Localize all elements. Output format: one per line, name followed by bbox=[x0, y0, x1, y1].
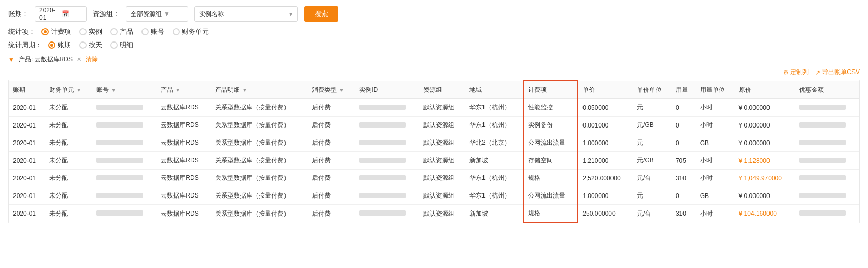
cell-instance-id bbox=[355, 152, 419, 170]
stat-option-instance[interactable]: 实例 bbox=[79, 27, 102, 36]
cell-consume-type: 后付费 bbox=[308, 205, 355, 223]
cell-unit-price: 2,520.000000 bbox=[578, 170, 633, 187]
instance-name-label: 实例名称 bbox=[199, 10, 286, 19]
cell-finance-unit: 未分配 bbox=[45, 187, 92, 205]
tag-filter-icon: ▼ bbox=[8, 56, 15, 63]
col-finance-unit[interactable]: 财务单元▼ bbox=[45, 81, 92, 99]
clear-filter-button[interactable]: 清除 bbox=[86, 55, 98, 64]
customize-columns-link[interactable]: ⚙ 定制列 bbox=[783, 68, 809, 77]
table-row: 2020-01未分配云数据库RDS关系型数据库（按量付费）后付费默认资源组华东1… bbox=[9, 170, 859, 187]
period-radio-day bbox=[79, 41, 87, 49]
resource-group-select[interactable]: 全部资源组 ▼ bbox=[126, 6, 188, 22]
period-radio-detail bbox=[110, 41, 118, 49]
period-option-day[interactable]: 按天 bbox=[79, 40, 102, 50]
period-option-billing[interactable]: 账期 bbox=[48, 40, 71, 50]
cell-original-price: ¥ 1.128000 bbox=[735, 152, 795, 170]
cell-billing-item: 规格 bbox=[523, 205, 578, 223]
cell-billing-item: 性能监控 bbox=[523, 99, 578, 117]
filter-product-icon[interactable]: ▼ bbox=[175, 87, 180, 93]
cell-product: 云数据库RDS bbox=[156, 134, 211, 152]
col-original-price: 原价 bbox=[735, 81, 795, 99]
stat-radio-instance bbox=[79, 28, 87, 35]
cell-usage-unit: 小时 bbox=[696, 99, 735, 117]
col-account[interactable]: 账号▼ bbox=[92, 81, 156, 99]
filter-product-detail-icon[interactable]: ▼ bbox=[242, 87, 247, 93]
period-label: 账期： bbox=[8, 9, 29, 19]
cell-usage-unit: GB bbox=[696, 134, 735, 152]
cell-discount-amount bbox=[795, 134, 859, 152]
cell-original-price: ¥ 1,049.970000 bbox=[735, 170, 795, 187]
cell-original-price: ¥ 0.000000 bbox=[735, 134, 795, 152]
cell-account bbox=[92, 117, 156, 134]
cell-discount-amount bbox=[795, 205, 859, 223]
cell-period: 2020-01 bbox=[9, 117, 45, 134]
cell-instance-id bbox=[355, 205, 419, 223]
table-row: 2020-01未分配云数据库RDS关系型数据库（按量付费）后付费默认资源组新加坡… bbox=[9, 152, 859, 170]
cell-account bbox=[92, 99, 156, 117]
stat-option-product[interactable]: 产品 bbox=[110, 27, 133, 36]
col-price-unit: 单价单位 bbox=[633, 81, 672, 99]
tag-row: ▼ 产品: 云数据库RDS ✕ 清除 bbox=[8, 55, 860, 64]
filter-account-icon[interactable]: ▼ bbox=[111, 87, 116, 93]
table-row: 2020-01未分配云数据库RDS关系型数据库（按量付费）后付费默认资源组华北2… bbox=[9, 134, 859, 152]
period-input[interactable]: 2020-01 📅 bbox=[35, 6, 87, 22]
stat-option-account-label: 账号 bbox=[151, 27, 164, 36]
period-option-detail[interactable]: 明细 bbox=[110, 40, 133, 50]
instance-chevron-icon: ▼ bbox=[288, 11, 293, 17]
cell-original-price: ¥ 0.000000 bbox=[735, 99, 795, 117]
cell-consume-type: 后付费 bbox=[308, 170, 355, 187]
cell-usage-unit: 小时 bbox=[696, 117, 735, 134]
cell-product: 云数据库RDS bbox=[156, 99, 211, 117]
cell-unit-price: 1.000000 bbox=[578, 134, 633, 152]
cell-discount-amount bbox=[795, 170, 859, 187]
col-resource-group: 资源组 bbox=[419, 81, 465, 99]
cell-billing-item: 规格 bbox=[523, 170, 578, 187]
cell-region: 华北2（北京） bbox=[465, 134, 523, 152]
search-button[interactable]: 搜索 bbox=[304, 6, 338, 22]
cell-period: 2020-01 bbox=[9, 134, 45, 152]
period-value: 2020-01 bbox=[39, 7, 60, 21]
cell-original-price: ¥ 0.000000 bbox=[735, 187, 795, 205]
cell-unit-price: 0.050000 bbox=[578, 99, 633, 117]
cell-price-unit: 元/GB bbox=[633, 117, 672, 134]
tag-close-icon[interactable]: ✕ bbox=[77, 56, 81, 63]
stat-option-account[interactable]: 账号 bbox=[141, 27, 164, 36]
calendar-icon: 📅 bbox=[62, 10, 82, 18]
cell-price-unit: 元/台 bbox=[633, 205, 672, 223]
cell-usage: 0 bbox=[672, 117, 696, 134]
stat-option-product-label: 产品 bbox=[120, 27, 133, 36]
cell-product: 云数据库RDS bbox=[156, 187, 211, 205]
cell-unit-price: 1.000000 bbox=[578, 187, 633, 205]
cell-resource-group: 默认资源组 bbox=[419, 205, 465, 223]
cell-product-detail: 关系型数据库（按量付费） bbox=[211, 152, 308, 170]
period-options: 账期 按天 明细 bbox=[48, 40, 133, 50]
filter-consume-type-icon[interactable]: ▼ bbox=[339, 87, 344, 93]
filter-finance-icon[interactable]: ▼ bbox=[76, 87, 81, 93]
cell-instance-id bbox=[355, 117, 419, 134]
period-stat-label: 统计周期： bbox=[8, 40, 42, 50]
col-product-detail[interactable]: 产品明细▼ bbox=[211, 81, 308, 99]
cell-unit-price: 1.210000 bbox=[578, 152, 633, 170]
cell-usage: 0 bbox=[672, 187, 696, 205]
stat-option-finance[interactable]: 财务单元 bbox=[173, 27, 209, 36]
stat-option-billing-label: 计费项 bbox=[51, 27, 71, 36]
cell-consume-type: 后付费 bbox=[308, 187, 355, 205]
cell-instance-id bbox=[355, 170, 419, 187]
instance-name-input[interactable]: 实例名称 ▼ bbox=[194, 6, 298, 22]
col-product[interactable]: 产品▼ bbox=[156, 81, 211, 99]
cell-usage: 310 bbox=[672, 170, 696, 187]
table-row: 2020-01未分配云数据库RDS关系型数据库（按量付费）后付费默认资源组华东1… bbox=[9, 187, 859, 205]
resource-group-value: 全部资源组 bbox=[131, 10, 162, 19]
stat-option-instance-label: 实例 bbox=[89, 27, 102, 36]
cell-resource-group: 默认资源组 bbox=[419, 99, 465, 117]
col-usage-unit: 用量单位 bbox=[696, 81, 735, 99]
col-usage: 用量 bbox=[672, 81, 696, 99]
period-row: 统计周期： 账期 按天 明细 bbox=[8, 40, 860, 50]
stat-option-billing[interactable]: 计费项 bbox=[41, 27, 71, 36]
export-csv-link[interactable]: ↗ 导出账单CSV bbox=[815, 68, 860, 77]
cell-discount-amount bbox=[795, 152, 859, 170]
col-consume-type[interactable]: 消费类型▼ bbox=[308, 81, 355, 99]
cell-product: 云数据库RDS bbox=[156, 170, 211, 187]
cell-instance-id bbox=[355, 134, 419, 152]
cell-usage: 310 bbox=[672, 205, 696, 223]
